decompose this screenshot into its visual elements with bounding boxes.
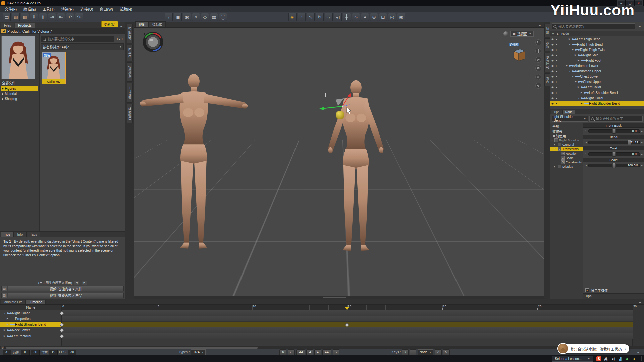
- prev-node-button[interactable]: ◁: [435, 349, 441, 355]
- prev-frame-button[interactable]: ◀: [306, 349, 313, 355]
- visibility-eye-icon[interactable]: ◉: [550, 70, 555, 73]
- parameter-slider[interactable]: 100.0%: [588, 164, 640, 167]
- delete-key-button[interactable]: −: [410, 349, 416, 355]
- dock-tab[interactable]: 智能内容: [127, 24, 133, 43]
- parameter-slider[interactable]: 0.00: [588, 129, 640, 133]
- parameter-slider[interactable]: 0.00: [588, 152, 640, 156]
- go-end-button[interactable]: ⇥: [333, 349, 340, 355]
- selectable-icon[interactable]: ▸: [555, 91, 559, 94]
- types-selector[interactable]: TRA ▼: [191, 349, 206, 355]
- visibility-eye-icon[interactable]: ◉: [550, 80, 555, 83]
- scene-node-row[interactable]: ◉ ▸ ▶ Right Foot: [550, 58, 644, 63]
- region-navigator-icon[interactable]: ⊕: [370, 13, 378, 21]
- pointer-tool-icon[interactable]: ↖: [307, 13, 315, 21]
- asset-card-cailin[interactable]: 角色 Cailin HD: [42, 52, 66, 84]
- show-children-checkbox[interactable]: ✔: [585, 288, 589, 292]
- selectable-icon[interactable]: ▸: [555, 54, 559, 57]
- scene-node-row[interactable]: ◉ ▸ ▼ Chest Upper: [550, 79, 644, 84]
- expander-icon[interactable]: ▶: [578, 86, 581, 88]
- menu-item[interactable]: 连接(U): [77, 6, 96, 12]
- open-file-icon[interactable]: ▧: [12, 13, 20, 21]
- save-icon[interactable]: ⇓: [30, 13, 38, 21]
- frame-view-icon[interactable]: ⊡: [535, 65, 541, 71]
- translate-tool-icon[interactable]: ↔: [325, 13, 333, 21]
- prev-tip-button[interactable]: ◀: [74, 281, 79, 285]
- export-icon[interactable]: ⇤: [57, 13, 65, 21]
- expander-icon[interactable]: ▼: [575, 81, 578, 83]
- save-as-icon[interactable]: ⇑: [39, 13, 47, 21]
- selectable-icon[interactable]: ▸: [555, 43, 559, 46]
- expander-icon[interactable]: ▼: [578, 97, 581, 99]
- selectable-icon[interactable]: ▸: [555, 48, 559, 51]
- updates-icon[interactable]: ●: [632, 356, 637, 361]
- parameter-options-icon[interactable]: ▸: [641, 164, 643, 167]
- param-group-row[interactable]: ▼ G Transforms: [550, 147, 583, 151]
- playhead-line[interactable]: [347, 310, 347, 346]
- visibility-eye-icon[interactable]: ◉: [550, 86, 555, 89]
- scale-tool-icon[interactable]: ◱: [334, 13, 342, 21]
- reset-view-icon[interactable]: ↺: [535, 83, 541, 89]
- dock-tab[interactable]: 内容库: [127, 45, 133, 61]
- close-button[interactable]: ×: [635, 0, 643, 6]
- params-search-input[interactable]: [595, 117, 641, 121]
- scene-node-row[interactable]: ◉ ▸ ▶ Right Shin: [550, 52, 644, 58]
- view-cube[interactable]: 透视图: [511, 43, 526, 60]
- params-pane-tab[interactable]: Tips: [551, 110, 562, 114]
- timeline-track-name[interactable]: ▶ Left Pectoral: [0, 333, 61, 339]
- lesson-selector[interactable]: Select a Lesson... ▼: [552, 356, 593, 362]
- current-frame-field[interactable]: 15: [49, 350, 58, 355]
- scene-node-row[interactable]: ◉ ▸ ▼ Abdomen Upper: [550, 68, 644, 74]
- aim-tool-icon[interactable]: ◎: [388, 13, 396, 21]
- scene-info-icon[interactable]: ⓘ: [219, 13, 227, 21]
- selectable-icon[interactable]: ▸: [555, 75, 559, 78]
- back-icon[interactable]: ◀: [1, 29, 6, 33]
- parameter-options-icon[interactable]: ▸: [641, 130, 643, 133]
- input-lang-icon[interactable]: 英: [603, 356, 608, 361]
- parameter-options-icon[interactable]: ▸: [641, 141, 643, 144]
- orientation-gizmo[interactable]: [142, 31, 164, 53]
- scene-node-row[interactable]: ◉ ▸ ▼ Chest Lower: [550, 74, 644, 79]
- chat-bubble[interactable]: 养只会说话水豚：演我打工状态 ›: [558, 344, 629, 353]
- visibility-eye-icon[interactable]: ◉: [550, 48, 555, 51]
- volume-icon[interactable]: ◄): [610, 356, 615, 361]
- tips-tab[interactable]: Tips: [1, 232, 14, 237]
- expander-icon[interactable]: ▼: [4, 312, 7, 314]
- pane-menu-icon[interactable]: ≡: [637, 24, 642, 28]
- create-prop-icon[interactable]: ▣: [174, 13, 182, 21]
- menu-item[interactable]: 帮助(H): [116, 6, 136, 12]
- loop-button[interactable]: ↻: [279, 349, 286, 355]
- category-item[interactable]: ▶ Materials: [1, 91, 38, 96]
- selectable-icon[interactable]: ▸: [555, 59, 559, 62]
- frame-tool-icon[interactable]: ⊡: [379, 13, 387, 21]
- param-group-row[interactable]: G Rotation: [550, 151, 583, 156]
- dock-tab[interactable]: 姿势控制: [544, 53, 550, 72]
- expander-icon[interactable]: ▶: [575, 54, 578, 56]
- merge-scene-icon[interactable]: ▩: [21, 13, 29, 21]
- expander-icon[interactable]: ▼: [566, 65, 569, 67]
- create-group-icon[interactable]: ▦: [210, 13, 218, 21]
- param-group-row[interactable]: ▶ General: [550, 142, 583, 147]
- dial-icon[interactable]: ◔: [585, 140, 587, 144]
- network-icon[interactable]: ▟: [618, 356, 623, 361]
- visibility-eye-icon[interactable]: ◉: [550, 97, 555, 100]
- selectable-icon[interactable]: ▸: [555, 38, 559, 41]
- timeline-tab[interactable]: Timeline: [26, 300, 45, 304]
- tips-tab[interactable]: Info: [14, 232, 26, 237]
- visibility-eye-icon[interactable]: ◉: [550, 102, 555, 105]
- visibility-eye-icon[interactable]: ◉: [550, 75, 555, 78]
- show-desktop-button[interactable]: [641, 356, 642, 361]
- slider-handle[interactable]: [612, 129, 616, 134]
- update-button[interactable]: 更新(U): [101, 21, 118, 27]
- param-group-row[interactable]: ▼ Right Shoulder Ben: [550, 138, 583, 142]
- play-button[interactable]: ▶: [314, 349, 321, 355]
- pane-menu-icon[interactable]: ≡: [636, 350, 641, 354]
- category-item[interactable]: ▶ Shaping: [1, 96, 38, 101]
- node-selection-tool-icon[interactable]: ◈: [288, 13, 297, 21]
- expander-icon[interactable]: ▼: [572, 75, 575, 78]
- figure-t-pose[interactable]: [138, 72, 249, 255]
- pane-menu-icon[interactable]: ≡: [119, 24, 124, 28]
- param-group-row[interactable]: G Constraints: [550, 160, 583, 164]
- timeline-track-name[interactable]: ▶ Right Shoulder Bend: [0, 322, 61, 327]
- dock-tab[interactable]: 场景信息: [127, 62, 133, 82]
- scene-node-row[interactable]: ◉ ▸ ▼ Right Collar: [550, 95, 644, 101]
